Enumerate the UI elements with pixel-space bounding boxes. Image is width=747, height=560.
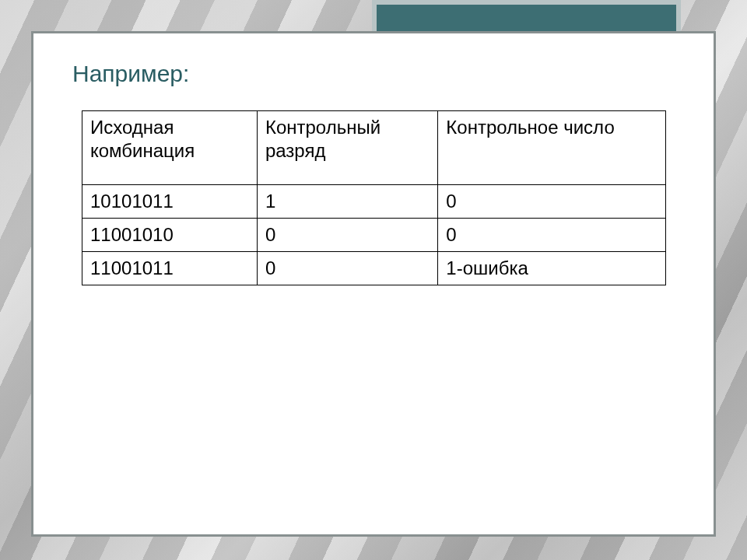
table-header-cell: Исходная комбинация <box>82 111 258 185</box>
data-table: Исходная комбинация Контрольный разряд К… <box>82 110 666 285</box>
table-cell: 11001011 <box>82 252 258 285</box>
table-row: 11001011 0 1-ошибка <box>82 252 666 285</box>
table-row: 11001010 0 0 <box>82 219 666 252</box>
table-cell: 0 <box>438 185 665 219</box>
table-cell: 1 <box>257 185 437 219</box>
slide-frame: Например: Исходная комбинация Контрольны… <box>31 31 716 537</box>
table-cell: 0 <box>438 219 665 252</box>
table-cell: 0 <box>257 219 437 252</box>
table-header-cell: Контрольный разряд <box>257 111 437 185</box>
table-cell: 11001010 <box>82 219 258 252</box>
table-header-cell: Контрольное число <box>438 111 665 185</box>
table-cell: 10101011 <box>82 185 258 219</box>
table-cell: 1-ошибка <box>438 252 665 285</box>
slide-title: Например: <box>72 61 675 87</box>
table-row: 10101011 1 0 <box>82 185 666 219</box>
table-cell: 0 <box>257 252 437 285</box>
slide-content: Например: Исходная комбинация Контрольны… <box>33 33 714 313</box>
table-header-row: Исходная комбинация Контрольный разряд К… <box>82 111 666 185</box>
